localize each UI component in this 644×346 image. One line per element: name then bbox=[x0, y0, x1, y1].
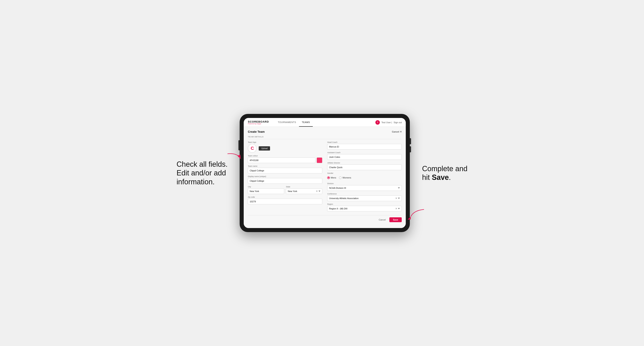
cancel-x-button[interactable]: Cancel ✕ bbox=[392, 131, 402, 133]
region-clear-button[interactable]: ✕ bbox=[395, 207, 397, 210]
team-colour-group: Team colour bbox=[248, 155, 322, 163]
nav-tournaments[interactable]: TOURNAMENTS bbox=[275, 118, 299, 127]
form-footer: Cancel Save bbox=[248, 215, 402, 223]
logo-upload-area: C Upload bbox=[248, 144, 322, 153]
team-colour-input[interactable] bbox=[248, 158, 316, 163]
region-select[interactable]: Region II - (M) DIII bbox=[327, 206, 402, 211]
gender-label: Gender bbox=[327, 172, 402, 174]
main-content: Create Team Cancel ✕ TEAM DETAILS bbox=[244, 127, 406, 228]
mens-radio-dot bbox=[327, 176, 330, 179]
team-name-label: Team name bbox=[248, 165, 322, 167]
gender-group: Gender Mens Womens bbox=[327, 172, 402, 180]
sign-out-link[interactable]: Sign out bbox=[394, 121, 402, 124]
assistant-coach-label: Assistant Coach bbox=[327, 152, 402, 154]
display-name-input[interactable] bbox=[248, 178, 322, 184]
assistant-coach-input[interactable] bbox=[327, 154, 402, 160]
division-label: Division bbox=[327, 182, 402, 184]
state-label: State bbox=[286, 186, 322, 188]
display-name-group: Display name (unique) bbox=[248, 175, 322, 184]
form-grid: Team logo C Upload Team colour bbox=[248, 141, 402, 213]
tablet-side-button-top bbox=[410, 138, 411, 144]
city-col: City bbox=[248, 186, 284, 194]
save-button[interactable]: Save bbox=[389, 217, 402, 222]
head-coach-label: Head Coach bbox=[327, 141, 402, 143]
team-logo-group: Team logo C Upload bbox=[248, 141, 322, 153]
team-colour-label: Team colour bbox=[248, 155, 322, 157]
page-header: Create Team Cancel ✕ bbox=[248, 130, 402, 133]
city-state-row: City State New York bbox=[248, 186, 322, 194]
tablet-volume-button bbox=[238, 140, 240, 150]
nav-teams[interactable]: TEAMS bbox=[299, 118, 313, 127]
conference-select-wrapper: University Athletic Association ✕ bbox=[327, 195, 402, 201]
athletic-director-group: Athletic Director bbox=[327, 162, 402, 170]
womens-radio-dot bbox=[339, 176, 342, 179]
athletic-director-input[interactable] bbox=[327, 165, 402, 170]
conference-clear-button[interactable]: ✕ bbox=[395, 197, 397, 199]
form-right-col: Head Coach Assistant Coach Athletic Dire… bbox=[327, 141, 402, 213]
team-name-group: Team name bbox=[248, 165, 322, 173]
tablet-frame: SCOREBOARD Powered by clippd TOURNAMENTS… bbox=[240, 114, 410, 232]
form-left-col: Team logo C Upload Team colour bbox=[248, 141, 322, 213]
color-input-row bbox=[248, 158, 322, 163]
nav-bar: SCOREBOARD Powered by clippd TOURNAMENTS… bbox=[244, 118, 406, 127]
upload-button[interactable]: Upload bbox=[259, 146, 270, 151]
head-coach-group: Head Coach bbox=[327, 141, 402, 150]
gender-radio-group: Mens Womens bbox=[327, 175, 402, 180]
team-logo-label: Team logo bbox=[248, 141, 322, 143]
state-clear-button[interactable]: ✕ bbox=[316, 190, 318, 192]
display-name-label: Display name (unique) bbox=[248, 175, 322, 177]
arrow-right bbox=[408, 207, 424, 220]
conference-label: Conference bbox=[327, 193, 402, 195]
conference-group: Conference University Athletic Associati… bbox=[327, 193, 402, 201]
color-swatch[interactable] bbox=[317, 158, 322, 163]
tablet-side-button-mid bbox=[410, 146, 411, 152]
page-title: Create Team bbox=[248, 130, 264, 133]
zip-code-group: Zip code bbox=[248, 196, 322, 204]
gender-mens-option[interactable]: Mens bbox=[327, 176, 336, 179]
gender-womens-option[interactable]: Womens bbox=[339, 176, 351, 179]
division-group: Division NCAA Division III bbox=[327, 182, 402, 191]
logo: SCOREBOARD Powered by clippd bbox=[248, 120, 269, 124]
region-group: Region Region II - (M) DIII ✕ bbox=[327, 203, 402, 211]
city-state-group: City State New York bbox=[248, 186, 322, 194]
state-select-wrapper: New York ✕ bbox=[286, 188, 322, 194]
team-name-input[interactable] bbox=[248, 168, 322, 173]
tablet-screen: SCOREBOARD Powered by clippd TOURNAMENTS… bbox=[244, 118, 406, 228]
region-label: Region bbox=[327, 203, 402, 205]
annotation-left: Check all fields. Edit and/or add inform… bbox=[176, 160, 228, 186]
nav-right: T Test User | Sign out bbox=[376, 120, 402, 125]
cancel-button[interactable]: Cancel bbox=[377, 218, 387, 222]
region-select-wrapper: Region II - (M) DIII ✕ bbox=[327, 206, 402, 211]
city-input[interactable] bbox=[248, 188, 284, 194]
team-logo-circle: C bbox=[248, 144, 257, 153]
assistant-coach-group: Assistant Coach bbox=[327, 152, 402, 160]
zip-input[interactable] bbox=[248, 199, 322, 204]
conference-select[interactable]: University Athletic Association bbox=[327, 195, 402, 201]
annotation-right: Complete and hit Save. bbox=[422, 164, 467, 182]
zip-label: Zip code bbox=[248, 196, 322, 198]
section-label: TEAM DETAILS bbox=[248, 136, 402, 139]
nav-links: TOURNAMENTS TEAMS bbox=[275, 118, 313, 127]
city-label: City bbox=[248, 186, 284, 188]
state-col: State New York ✕ bbox=[286, 186, 322, 194]
athletic-director-label: Athletic Director bbox=[327, 162, 402, 164]
user-name: Test User | bbox=[382, 121, 392, 124]
division-select[interactable]: NCAA Division III bbox=[327, 185, 402, 191]
head-coach-input[interactable] bbox=[327, 144, 402, 150]
user-avatar: T bbox=[376, 120, 380, 125]
